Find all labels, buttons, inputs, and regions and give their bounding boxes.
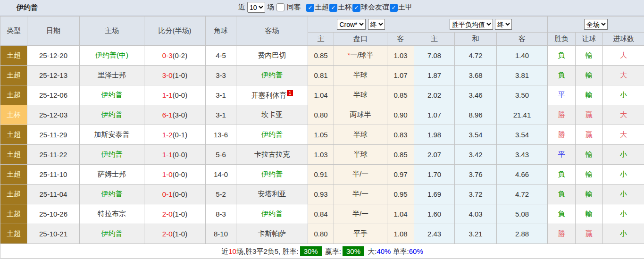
corners: 13-6 [206,125,236,145]
scope-select[interactable]: 全场 [584,19,608,30]
handicap-away-odds: 0.97 [387,165,414,185]
summary-segment: 大: [366,247,376,255]
away-team: 伊约普 [236,165,308,185]
away-team: 伊约普 [236,66,308,85]
avg-home-odds: 2.43 [414,224,455,244]
handicap-result: 贏 [576,224,603,244]
match-history-table: 类型 日期 主场 比分(半场) 角球 客场 Crow* 终 胜平负均值 终 全场… [0,16,644,259]
result: 平 [548,145,576,165]
handicap-line: 半球 [334,85,387,105]
average-group-header: 胜平负均值 终 [414,17,548,33]
avg-home-odds: 2.02 [414,85,455,105]
corners: 5-2 [206,185,236,204]
team-name-title: 伊约普 [17,3,38,12]
summary-segment: 近 [221,247,228,255]
result: 負 [548,46,576,66]
avg-home-odds: 7.08 [414,46,455,66]
handicap-away-odds: 0.90 [387,105,414,125]
bookmaker-select[interactable]: Crow* [337,19,366,30]
match-date: 25-11-22 [27,145,80,165]
summary-segment: 赢率: [323,247,341,255]
match-type: 土超 [0,125,27,145]
handicap-home-odds: 0.80 [308,105,334,125]
home-team: 伊约普(中) [80,46,144,66]
handicap-away-odds: 1.07 [387,66,414,85]
match-type: 土超 [0,204,27,224]
recent-count-select[interactable]: 10 [247,2,265,13]
handicap-away-odds: 0.95 [387,185,414,204]
match-row: 土超25-11-22伊约普1-1(0-0)5-6卡拉古拉克1.03半球0.852… [0,145,644,165]
league-checkbox-3[interactable]: ✓ [390,4,398,12]
league-checkbox-0[interactable]: ✓ [306,4,314,12]
away-team: 安塔利亚 [236,185,308,204]
result: 勝 [548,105,576,125]
avg-draw-odds: 4.72 [455,46,497,66]
summary-segment: 30% [343,246,364,256]
match-rows: 土超25-12-20伊约普(中)0-3(0-2)4-5费内巴切0.85*一/球半… [0,46,644,244]
league-checkbox-1[interactable]: ✓ [329,4,337,12]
avg-draw-odds: 3.42 [455,145,497,165]
handicap-away-odds: 1.03 [387,46,414,66]
summary-row: 近10场,胜3平2负5, 胜率:30% 赢率:30% 大:40% 单率:60% [0,244,644,259]
home-team: 伊约普 [80,105,144,125]
match-row: 土超25-11-10萨姆士邦1-0(0-0)14-0伊约普0.91半/一0.97… [0,165,644,185]
handicap-result: 輸 [576,66,603,85]
avg-home-odds: 1.70 [414,165,455,185]
col-header-corners: 角球 [206,17,236,46]
recent-label: 近 [238,3,245,12]
handicap-home-odds: 0.93 [308,185,334,204]
handicap-line: 两球半 [334,105,387,125]
handicap-result: 輸 [576,165,603,185]
score: 1-2(0-1) [144,125,206,145]
same-away-checkbox[interactable] [276,3,284,11]
avg-home-odds: 1.98 [414,125,455,145]
avg-status-select[interactable]: 终 [495,19,512,30]
handicap-home-odds: 0.80 [308,224,334,244]
goals-result: 小 [603,165,644,185]
league-checkbox-2[interactable]: ✓ [352,4,360,12]
corners: 8-10 [206,224,236,244]
handicap-home-odds: 1.04 [308,85,334,105]
match-date: 25-12-20 [27,46,80,66]
match-type: 土超 [0,46,27,66]
result-group-header: 全场 [548,17,644,33]
summary-segment: 40% [376,247,391,255]
subheader-goals: 进球数 [603,33,644,46]
league-filter-group: ✓土超✓土杯✓球会友谊✓土甲 [306,3,412,12]
avg-home-odds: 1.69 [414,185,455,204]
avg-home-odds: 2.07 [414,145,455,165]
avg-away-odds: 3.81 [497,66,548,85]
home-team: 加斯安泰普 [80,125,144,145]
handicap-result: 輸 [576,46,603,66]
handicap-away-odds: 0.85 [387,85,414,105]
away-team: 伊约普 [236,204,308,224]
handicap-home-odds: 0.91 [308,165,334,185]
home-team: 里泽士邦 [80,66,144,85]
avg-draw-odds: 8.96 [455,105,497,125]
match-type: 土超 [0,165,27,185]
handicap-home-odds: 0.81 [308,66,334,85]
col-header-home: 主场 [80,17,144,46]
summary-segment: 场,胜3平2负5, 胜率: [236,247,299,255]
league-label-1: 土杯 [338,3,352,11]
bookmaker-status-select[interactable]: 终 [368,19,385,30]
match-date: 25-10-26 [27,204,80,224]
goals-result: 大 [603,105,644,125]
handicap-result: 贏 [576,125,603,145]
avg-away-odds: 4.72 [497,185,548,204]
avg-draw-odds: 3.46 [455,85,497,105]
avg-draw-odds: 3.72 [455,185,497,204]
handicap-result: 輸 [576,85,603,105]
summary-segment: 10 [228,247,236,255]
match-row: 土超25-11-04伊约普0-1(0-0)5-2安塔利亚0.93半/一0.951… [0,185,644,204]
avg-home-odds: 1.87 [414,66,455,85]
avg-away-odds: 4.66 [497,165,548,185]
result: 負 [548,66,576,85]
avg-select[interactable]: 胜平负均值 [450,19,493,30]
corners: 5-6 [206,145,236,165]
league-label-0: 土超 [315,3,329,11]
score: 0-1(0-0) [144,185,206,204]
red-card-badge: 1 [287,90,293,96]
subheader-handicap-away: 客 [387,33,414,46]
summary-segment: 60% [409,247,423,255]
